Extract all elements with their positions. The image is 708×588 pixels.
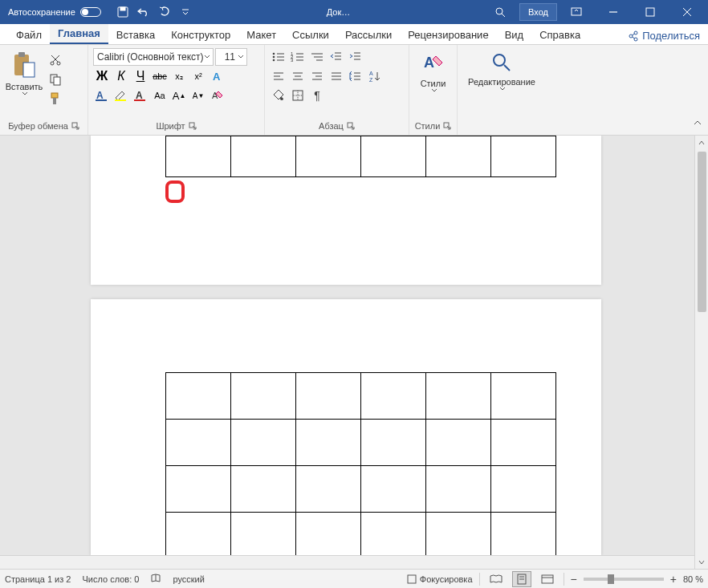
tab-insert[interactable]: Вставка [108,26,163,44]
underline-button[interactable]: Ч [132,67,149,85]
vertical-scrollbar[interactable] [694,136,708,569]
print-layout-button[interactable] [512,571,531,587]
dialog-launcher-icon[interactable] [443,122,451,130]
change-case-button[interactable]: Aa [151,87,169,104]
close-button[interactable] [669,0,705,24]
styles-btn-label: Стили [421,79,446,88]
dialog-launcher-icon[interactable] [189,122,197,130]
zoom-out-button[interactable]: − [571,573,577,586]
save-button[interactable] [114,3,132,21]
read-mode-button[interactable] [486,571,506,587]
align-right-button[interactable] [308,67,326,85]
word-count[interactable]: Число слов: 0 [82,574,139,584]
horizontal-scrollbar[interactable] [0,555,694,569]
redo-button[interactable] [156,3,173,21]
title-bar: Автосохранение Док… Вход [0,0,708,24]
page-1[interactable] [91,136,601,285]
tab-file[interactable]: Файл [8,26,50,44]
paste-button[interactable]: Вставить [5,48,43,119]
numbering-icon: 123 [291,51,305,63]
language[interactable]: русский [173,574,204,584]
align-center-button[interactable] [289,67,307,85]
zoom-slider[interactable] [584,578,664,581]
paragraph-group-label: Абзац [319,121,344,131]
search-button[interactable] [482,0,518,24]
sign-in-button[interactable]: Вход [519,3,557,21]
copy-button[interactable] [47,71,64,88]
font-color-button[interactable]: A [132,87,149,104]
web-layout-button[interactable] [538,571,557,587]
italic-button[interactable]: К [112,67,130,85]
collapse-ribbon-button[interactable] [692,117,703,132]
zoom-in-button[interactable]: + [670,573,677,586]
minimize-button[interactable] [596,0,631,24]
decrease-indent-button[interactable] [328,48,345,66]
font-name-combo[interactable]: Calibri (Основной текст) [93,48,214,66]
styles-group-label: Стили [415,121,441,131]
superscript-button[interactable]: x² [189,67,207,85]
line-spacing-button[interactable] [347,67,364,85]
numbering-button[interactable]: 123 [289,48,307,66]
bold-button[interactable]: Ж [93,67,111,85]
show-marks-button[interactable]: ¶ [308,87,326,104]
scroll-up-button[interactable] [695,136,708,149]
tab-design[interactable]: Конструктор [163,26,238,44]
highlight-button[interactable] [112,87,130,104]
share-button[interactable]: Поделиться [620,27,708,44]
chevron-down-icon [205,55,210,59]
bullets-button[interactable] [270,48,287,66]
grow-font-button[interactable]: A▲ [170,87,188,104]
svg-point-81 [494,55,505,66]
ribbon: Вставить Буфер обмена Calibri (Основной … [0,45,708,136]
tab-review[interactable]: Рецензирование [400,26,496,44]
page-2[interactable] [91,299,601,556]
editing-button[interactable]: Редактирование [462,48,542,95]
paste-icon [12,51,36,79]
tab-references[interactable]: Ссылки [284,26,337,44]
svg-rect-24 [51,93,58,98]
text-effects-button[interactable]: A [209,67,226,85]
svg-rect-30 [115,99,126,101]
sort-button[interactable]: AZ [366,67,384,85]
scroll-thumb[interactable] [698,152,706,312]
subscript-button[interactable]: x₂ [170,67,188,85]
format-painter-button[interactable] [47,90,64,107]
align-left-button[interactable] [270,67,287,85]
multilevel-button[interactable] [308,48,326,66]
cut-button[interactable] [47,51,64,69]
tab-mailings[interactable]: Рассылки [337,26,400,44]
table-1[interactable] [165,136,556,177]
borders-button[interactable] [289,87,307,104]
maximize-button[interactable] [633,0,668,24]
group-editing: Редактирование [458,45,546,135]
tab-home[interactable]: Главная [50,24,108,44]
dialog-launcher-icon[interactable] [347,122,355,130]
svg-rect-88 [542,575,553,583]
zoom-level[interactable]: 80 % [683,574,703,584]
strike-button[interactable]: abc [151,67,169,85]
table-2[interactable] [165,372,556,559]
styles-button[interactable]: A Стили [414,48,453,96]
shrink-font-button[interactable]: A▼ [189,87,207,104]
svg-text:A: A [136,90,143,101]
dialog-launcher-icon[interactable] [71,122,79,130]
justify-button[interactable] [328,67,345,85]
focus-mode-button[interactable]: Фокусировка [407,574,473,584]
tab-help[interactable]: Справка [531,26,588,44]
tab-view[interactable]: Вид [497,26,532,44]
group-styles: A Стили Стили [409,45,458,135]
spell-check-button[interactable] [150,573,161,586]
increase-indent-button[interactable] [347,48,364,66]
shading-button[interactable] [270,87,287,104]
ribbon-display-options-button[interactable] [559,0,594,24]
svg-rect-84 [408,575,416,583]
scroll-down-button[interactable] [695,555,708,569]
qat-customize-button[interactable] [177,3,194,21]
page-count[interactable]: Страница 1 из 2 [5,574,71,584]
font-size-combo[interactable]: 11 [215,48,247,66]
autosave-toggle[interactable]: Автосохранение [3,7,106,17]
undo-button[interactable] [135,3,153,21]
text-fill-button[interactable]: A [93,87,111,104]
tab-layout[interactable]: Макет [238,26,284,44]
clear-format-button[interactable]: A [209,87,226,104]
